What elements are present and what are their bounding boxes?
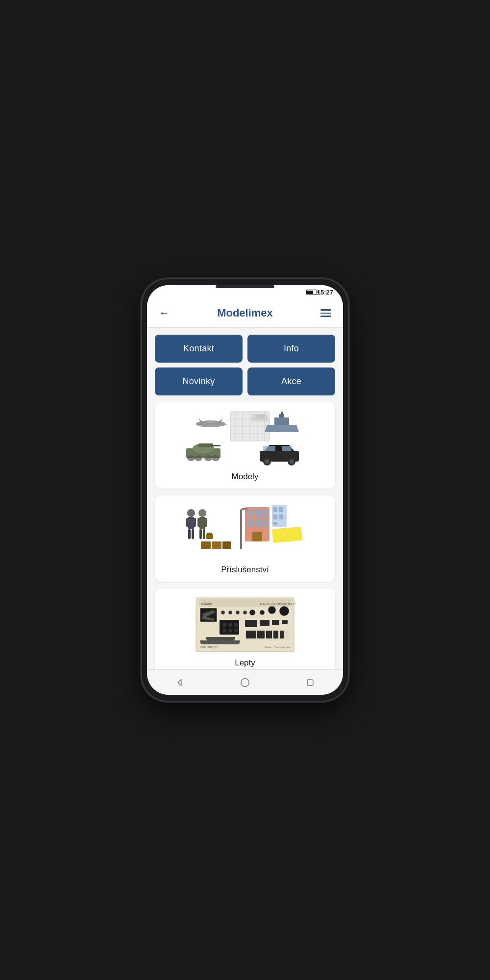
svg-rect-38 xyxy=(188,529,191,539)
svg-point-90 xyxy=(234,623,238,627)
svg-point-84 xyxy=(260,610,265,615)
svg-rect-101 xyxy=(266,631,272,638)
svg-point-86 xyxy=(279,606,289,616)
modely-label: Modely xyxy=(232,472,259,482)
svg-point-23 xyxy=(187,455,195,461)
svg-rect-66 xyxy=(202,542,210,543)
svg-rect-44 xyxy=(199,529,202,539)
svg-text:edward: edward xyxy=(201,602,212,605)
prislusenstvi-card[interactable]: Příslušenství xyxy=(155,495,335,582)
svg-rect-97 xyxy=(282,620,288,624)
svg-rect-95 xyxy=(260,620,270,626)
phone-screen: 15:27 ← Modelimex Kontakt Info Novinky A… xyxy=(147,285,343,695)
svg-rect-94 xyxy=(245,620,257,627)
svg-rect-156 xyxy=(307,680,313,686)
svg-rect-58 xyxy=(272,527,302,543)
status-time: 15:27 xyxy=(317,289,333,296)
svg-rect-2 xyxy=(196,423,225,425)
svg-point-88 xyxy=(222,623,226,627)
svg-rect-45 xyxy=(203,529,205,539)
nav-back-button[interactable] xyxy=(169,672,191,693)
menu-line-1 xyxy=(320,309,331,311)
svg-rect-53 xyxy=(262,510,268,517)
lepty-visual: edward 1/32 33 101 Tempest Mk.VI xyxy=(162,595,328,654)
svg-rect-52 xyxy=(256,510,262,517)
battery-icon xyxy=(306,290,317,295)
menu-line-3 xyxy=(320,316,331,317)
svg-text:© EDUARD 2018: © EDUARD 2018 xyxy=(200,646,219,649)
back-button[interactable]: ← xyxy=(155,305,173,321)
svg-rect-51 xyxy=(247,510,253,517)
svg-rect-67 xyxy=(202,545,210,546)
battery-indicator xyxy=(306,290,317,295)
info-button[interactable]: Info xyxy=(247,335,335,363)
battery-fill xyxy=(307,291,314,294)
svg-point-91 xyxy=(222,629,226,633)
notch xyxy=(216,285,274,288)
svg-point-93 xyxy=(234,629,238,633)
svg-rect-36 xyxy=(186,518,190,527)
recent-nav-icon xyxy=(305,678,315,687)
svg-point-89 xyxy=(228,623,232,627)
svg-rect-60 xyxy=(273,507,277,512)
svg-rect-15 xyxy=(257,415,265,418)
prislusenstvi-visual xyxy=(162,502,328,561)
svg-point-24 xyxy=(195,455,202,461)
svg-marker-5 xyxy=(223,424,228,426)
modely-card[interactable]: Modely xyxy=(155,402,335,489)
svg-rect-48 xyxy=(240,510,242,549)
svg-rect-57 xyxy=(252,532,262,541)
app-header: ← Modelimex xyxy=(147,299,343,328)
nav-home-button[interactable] xyxy=(234,672,256,693)
header-title: Modelimex xyxy=(217,307,273,319)
prislusenstvi-svg xyxy=(162,502,328,561)
svg-point-34 xyxy=(187,509,195,517)
modely-svg xyxy=(162,409,328,468)
bottom-nav xyxy=(147,669,343,695)
nav-recent-button[interactable] xyxy=(299,672,321,693)
phone-frame: 15:27 ← Modelimex Kontakt Info Novinky A… xyxy=(142,279,348,701)
kontakt-button[interactable]: Kontakt xyxy=(155,335,243,363)
svg-point-85 xyxy=(268,606,276,614)
menu-button[interactable] xyxy=(317,307,335,319)
svg-rect-16 xyxy=(274,417,289,425)
lepty-svg: edward 1/32 33 101 Tempest Mk.VI xyxy=(162,595,328,654)
svg-rect-70 xyxy=(213,545,220,546)
home-nav-icon xyxy=(240,677,250,688)
svg-rect-62 xyxy=(273,514,277,519)
svg-point-31 xyxy=(265,460,269,464)
svg-rect-96 xyxy=(272,620,279,625)
menu-line-2 xyxy=(320,313,331,314)
svg-point-80 xyxy=(228,611,232,614)
svg-rect-72 xyxy=(223,542,230,543)
svg-point-40 xyxy=(198,509,206,517)
svg-rect-22 xyxy=(211,445,220,446)
svg-rect-43 xyxy=(203,518,207,527)
novinky-button[interactable]: Novinky xyxy=(155,368,243,395)
svg-point-33 xyxy=(290,460,294,464)
svg-rect-55 xyxy=(256,519,262,527)
svg-point-26 xyxy=(212,455,220,461)
back-nav-icon xyxy=(174,677,185,688)
svg-rect-102 xyxy=(273,631,278,638)
svg-rect-54 xyxy=(247,519,253,527)
svg-marker-154 xyxy=(178,679,181,686)
lepty-card[interactable]: edward 1/32 33 101 Tempest Mk.VI xyxy=(155,588,335,669)
akce-button[interactable]: Akce xyxy=(247,368,335,395)
svg-point-92 xyxy=(228,629,232,633)
action-buttons-grid: Kontakt Info Novinky Akce xyxy=(155,335,335,395)
svg-rect-99 xyxy=(246,631,256,638)
svg-rect-29 xyxy=(282,446,292,451)
svg-rect-37 xyxy=(192,518,196,527)
svg-rect-103 xyxy=(280,631,284,638)
svg-point-155 xyxy=(241,678,249,686)
main-content: Kontakt Info Novinky Akce xyxy=(147,328,343,669)
svg-text:1/32  33 101  Tempest Mk.VI: 1/32 33 101 Tempest Mk.VI xyxy=(260,602,295,605)
svg-point-82 xyxy=(243,611,247,614)
svg-point-79 xyxy=(221,611,225,614)
svg-rect-17 xyxy=(279,414,284,417)
svg-rect-39 xyxy=(192,529,194,539)
svg-rect-56 xyxy=(262,519,268,527)
svg-text:Made in Czech Republic: Made in Czech Republic xyxy=(265,646,292,649)
modely-visual xyxy=(162,409,328,468)
